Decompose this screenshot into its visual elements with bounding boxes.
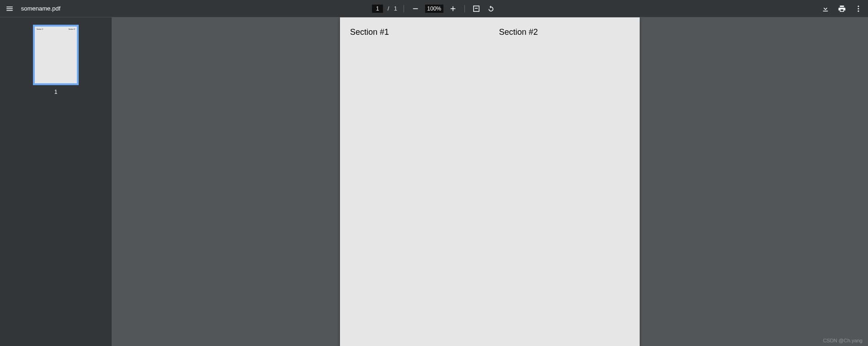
fit-page-icon[interactable] [471, 4, 481, 14]
zoom-in-icon[interactable] [448, 4, 458, 14]
page-slash: / [388, 5, 389, 12]
toolbar-left: somename.pdf [5, 4, 142, 14]
toolbar-divider [404, 5, 404, 12]
page-total: 1 [394, 5, 397, 12]
thumb-col1: Section #1 [37, 28, 43, 81]
rotate-icon[interactable] [486, 4, 496, 14]
download-icon[interactable] [820, 4, 830, 14]
print-icon[interactable] [837, 4, 847, 14]
pdf-viewer[interactable]: Section #1 Section #2 [112, 17, 868, 346]
svg-point-0 [858, 5, 859, 7]
toolbar-right [726, 4, 863, 14]
svg-point-2 [858, 10, 859, 11]
thumbnail-page: Section #1 Section #2 [33, 25, 79, 85]
section-1-heading: Section #1 [350, 27, 481, 37]
thumbnail-item[interactable]: Section #1 Section #2 1 [33, 25, 79, 95]
toolbar-divider [464, 5, 465, 12]
page-number-input[interactable] [372, 5, 383, 13]
more-icon[interactable] [853, 4, 863, 14]
zoom-out-icon[interactable] [410, 4, 421, 14]
pdf-page: Section #1 Section #2 [340, 17, 640, 346]
svg-point-1 [858, 8, 859, 9]
thumbnail-sidebar: Section #1 Section #2 1 [0, 17, 112, 346]
menu-icon[interactable] [5, 4, 15, 14]
zoom-input[interactable] [425, 5, 443, 13]
section-2-heading: Section #2 [499, 27, 630, 37]
toolbar-center: / 1 [142, 4, 726, 14]
content-area: Section #1 Section #2 1 Section #1 Secti… [0, 17, 868, 346]
pdf-toolbar: somename.pdf / 1 [0, 0, 868, 17]
thumb-col2: Section #2 [69, 28, 75, 81]
page-columns: Section #1 Section #2 [350, 27, 630, 37]
thumbnail-label: 1 [54, 89, 58, 95]
file-name: somename.pdf [21, 5, 60, 12]
